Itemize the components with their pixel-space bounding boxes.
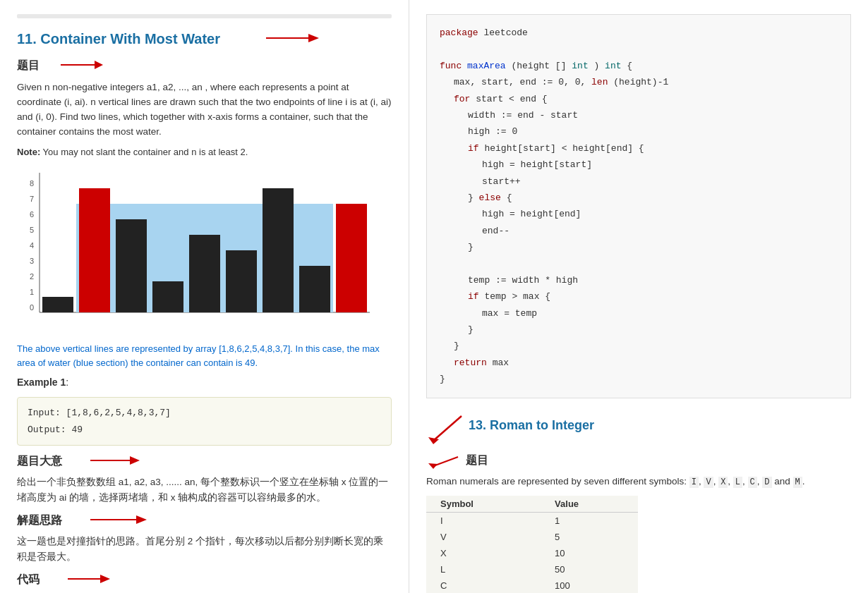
roman-row-V: V 5 — [426, 529, 638, 545]
bar-chart: 0 1 2 3 4 5 6 7 8 — [17, 166, 377, 335]
code-line-blank1 — [440, 41, 838, 57]
svg-text:1: 1 — [30, 288, 34, 296]
code-line-func: func maxArea (height [] int ) int { — [440, 58, 838, 74]
bar-2 — [79, 188, 110, 312]
code-line-12: temp := width * high — [440, 272, 838, 288]
bar-4 — [152, 281, 183, 312]
description-text: Given n non-negative integers a1, a2, ..… — [17, 80, 392, 140]
bar-3 — [116, 219, 147, 312]
svg-marker-18 — [136, 515, 147, 524]
arrow-decoration-4 — [90, 512, 147, 530]
value-col-header: Value — [541, 496, 638, 513]
bar-5 — [189, 235, 220, 312]
code-line-13: if temp > max { — [440, 288, 838, 305]
jieluti-heading: 解题思路 — [17, 513, 62, 528]
symbol-L: L — [426, 561, 541, 577]
svg-marker-24 — [428, 463, 438, 469]
code-line-1: max, start, end := 0, 0, len (height)-1 — [440, 74, 838, 90]
svg-marker-16 — [130, 456, 140, 465]
bar-8 — [299, 266, 330, 312]
svg-text:4: 4 — [30, 241, 34, 250]
symbol-V: V — [426, 529, 541, 545]
code-line-8: } else { — [440, 190, 838, 206]
chart-container: 0 1 2 3 4 5 6 7 8 — [17, 166, 377, 335]
top-bar — [17, 14, 392, 18]
code-line-7: start++ — [440, 173, 838, 190]
roman-row-I: I 1 — [426, 512, 638, 529]
svg-line-21 — [433, 416, 462, 441]
symbol-C: C — [426, 577, 541, 593]
value-C: 100 — [541, 577, 638, 593]
p13-tiji-heading: 题目 — [466, 453, 488, 468]
arrow-decoration-3 — [90, 453, 140, 470]
code-line-11: } — [440, 239, 838, 255]
dayyi-heading-row: 题目大意 — [17, 453, 392, 470]
arrow-decoration-2 — [61, 57, 103, 75]
code-line-4: high := 0 — [440, 123, 838, 140]
bar-6 — [226, 250, 257, 312]
value-L: 50 — [541, 561, 638, 577]
arrow-p13 — [426, 453, 462, 469]
symbol-X: X — [426, 545, 541, 561]
problem-title-link[interactable]: 11. Container With Most Water — [17, 31, 220, 47]
svg-line-23 — [433, 457, 458, 466]
value-X: 10 — [541, 545, 638, 561]
code-block: package leetcode func maxArea (height []… — [426, 14, 851, 398]
code-line-5: if height[start] < height[end] { — [440, 140, 838, 157]
example-box: Input: [1,8,6,2,5,4,8,3,7] Output: 49 — [17, 397, 392, 446]
code-line-14: max = temp — [440, 305, 838, 322]
p13-tiji-row: 题目 — [426, 453, 851, 469]
problem-title-row: 11. Container With Most Water — [17, 30, 392, 49]
code-line-16: } — [440, 338, 838, 354]
chart-caption: The above vertical lines are represented… — [17, 342, 392, 369]
symbol-I: I — [426, 512, 541, 529]
symbol-col-header: Symbol — [426, 496, 541, 513]
code-line-17: return max — [440, 355, 838, 371]
code-line-18: } — [440, 371, 838, 387]
right-panel: package leetcode func maxArea (height []… — [409, 0, 868, 593]
code-line-6: high = height[start] — [440, 157, 838, 173]
code-line-pkg: package leetcode — [440, 25, 838, 41]
down-arrow-svg — [426, 412, 469, 448]
bar-7 — [263, 188, 294, 312]
dayyi-text: 给出一个非负整数数组 a1, a2, a3, ...... an, 每个整数标识… — [17, 475, 392, 505]
roman-row-L: L 50 — [426, 561, 638, 577]
jieluti-text: 这一题也是对撞指针的思路。首尾分别 2 个指针，每次移动以后都分别判断长宽的乘积… — [17, 534, 392, 564]
svg-text:0: 0 — [30, 303, 34, 312]
bar-9 — [336, 204, 367, 312]
value-V: 5 — [541, 529, 638, 545]
note-text: Note: You may not slant the container an… — [17, 145, 392, 159]
code-line-3: width := end - start — [440, 107, 838, 123]
dayyi-heading: 题目大意 — [17, 454, 62, 469]
svg-text:8: 8 — [30, 179, 34, 188]
example-label: Example 1: — [17, 375, 392, 390]
svg-text:5: 5 — [30, 226, 34, 234]
svg-marker-20 — [100, 575, 110, 583]
code-line-10: end-- — [440, 223, 838, 239]
daima-heading-row: 代码 — [17, 571, 392, 589]
code-line-15: } — [440, 322, 838, 338]
jieluti-heading-row: 解题思路 — [17, 512, 392, 530]
roman-table-header: Symbol Value — [426, 496, 638, 513]
tiji-heading: 题目 — [17, 59, 40, 73]
code-line-blank2 — [440, 255, 838, 271]
arrow-to-problem13: 13. Roman to Integer — [426, 412, 851, 448]
code-line-9: high = height[end] — [440, 206, 838, 222]
roman-row-X: X 10 — [426, 545, 638, 561]
left-panel: 11. Container With Most Water 题目 Given n… — [0, 0, 409, 593]
roman-row-C: C 100 — [426, 577, 638, 593]
roman-table: Symbol Value I 1 V 5 X 10 L 50 C 100 D 5… — [426, 496, 638, 593]
svg-text:2: 2 — [30, 272, 34, 281]
roman-intro: Roman numerals are represented by seven … — [426, 475, 851, 489]
svg-text:7: 7 — [30, 195, 34, 203]
example-output: Output: 49 — [28, 422, 381, 438]
arrow-decoration-1 — [263, 30, 319, 49]
problem13-title-link[interactable]: 13. Roman to Integer — [469, 418, 594, 433]
code-line-2: for start < end { — [440, 91, 838, 107]
arrow-decoration-5 — [68, 571, 110, 589]
svg-marker-3 — [95, 61, 103, 69]
bar-1 — [42, 297, 73, 312]
example-input: Input: [1,8,6,2,5,4,8,3,7] — [28, 405, 381, 421]
svg-text:3: 3 — [30, 257, 34, 265]
daima-heading: 代码 — [17, 573, 40, 587]
